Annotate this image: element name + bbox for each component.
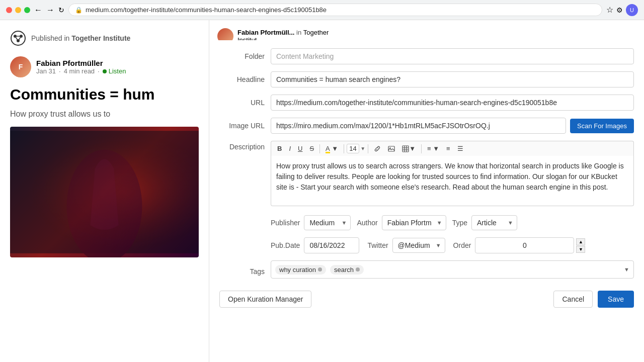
tags-input[interactable]: why curation search ▼ [271,260,634,279]
article-side: Published in Together Institute F Fabian… [0,20,209,362]
publisher-name: Together Institute [71,34,130,42]
description-label: Description [219,141,265,151]
ordered-list-button[interactable]: ☰ [454,143,466,154]
folder-input[interactable] [271,48,634,64]
author-field-label: Author [357,219,377,227]
main-content: Published in Together Institute F Fabian… [0,20,644,362]
sidebar-author-name: Fabian Pfortmüll... [237,29,294,36]
toolbar-separator-1 [319,144,320,153]
svg-line-6 [19,38,21,40]
article-hero-image [10,127,199,257]
url-text: medium.com/together-institute/communitie… [86,6,327,14]
author-select-wrapper[interactable]: Fabian Pfortm ▼ [382,215,446,230]
url-input[interactable] [271,95,634,111]
type-group: Type Article Video Podcast ▼ [452,215,517,230]
tag-label-why-curation: why curation [279,266,316,274]
back-btn[interactable]: ← [34,6,42,15]
open-kuration-manager-button[interactable]: Open Kuration Manager [219,291,311,308]
listen-button[interactable]: Listen [103,67,126,75]
headline-input[interactable] [271,71,634,87]
maximize-window-btn[interactable] [24,7,30,13]
font-size-select[interactable]: 14 12 16 18 [347,144,359,153]
order-up-button[interactable]: ▲ [576,238,585,245]
svg-point-0 [11,31,25,45]
author-group: Author Fabian Pfortm ▼ [357,215,446,230]
published-label: Published in Together Institute [31,34,130,42]
bookmark-icon[interactable]: ☆ [606,5,613,15]
footer-action-buttons: Cancel Save [553,291,634,308]
browser-chrome: ← → ↻ 🔒 medium.com/together-institute/co… [0,0,644,20]
image-url-input[interactable] [271,118,566,134]
unordered-list-button[interactable]: ≡ [443,143,453,154]
folder-row: Folder [219,48,634,64]
headline-row: Headline [219,71,634,87]
url-bar[interactable]: 🔒 medium.com/together-institute/communit… [68,4,602,16]
together-institute-logo [10,30,26,46]
svg-point-1 [14,35,17,38]
bold-button[interactable]: B [274,143,285,154]
italic-button[interactable]: I [286,143,294,154]
author-select[interactable]: Fabian Pfortm [382,215,446,230]
type-select[interactable]: Article Video Podcast [471,215,517,230]
form-panel: Folder Headline URL Image URL Scan For I… [209,40,644,362]
close-window-btn[interactable] [6,7,12,13]
align-button[interactable]: ≡ ▼ [424,143,442,154]
publisher-select-wrapper[interactable]: Medium Twitter LinkedIn ▼ [304,215,351,230]
link-button[interactable] [371,144,384,154]
font-size-arrow: ▼ [360,146,365,151]
listen-dot [103,69,107,73]
description-control: B I U S A ▼ 14 12 16 18 [271,141,634,208]
tag-label-search: search [334,266,354,274]
author-row: F Fabian Pfortmüller Jan 31 · 4 min read… [10,56,199,77]
pubdate-twitter-order-row: Pub.Date Twitter @Medium ▼ Order ▲ [219,237,634,253]
strikethrough-button[interactable]: S [306,143,317,154]
tags-label: Tags [219,263,265,276]
description-textarea[interactable]: How proxy trust allows us to search acro… [271,156,634,206]
order-input[interactable] [475,237,574,253]
sidebar-in-label: in [296,29,303,36]
image-url-label: Image URL [219,118,265,130]
svg-rect-12 [403,146,409,152]
table-button[interactable]: ▼ [399,143,419,154]
minimize-window-btn[interactable] [15,7,21,13]
article-header: Published in Together Institute [10,30,199,46]
reload-btn[interactable]: ↻ [58,6,64,14]
profile-avatar[interactable]: U [626,4,638,16]
pub-date-group: Pub.Date [271,237,359,253]
folder-control[interactable] [271,48,634,64]
save-button[interactable]: Save [598,291,634,308]
type-field-label: Type [452,219,467,227]
text-color-button[interactable]: A ▼ [323,143,341,154]
url-label: URL [219,95,265,107]
publisher-field-label: Publisher [271,219,300,227]
toolbar-separator-3 [368,144,368,153]
pub-date-label: Pub.Date [271,241,300,249]
svg-point-2 [20,35,23,38]
tag-chip-search[interactable]: search [330,265,364,275]
underline-button[interactable]: U [295,143,305,154]
url-control[interactable] [271,95,634,111]
avatar: F [10,56,31,77]
forward-btn[interactable]: → [46,6,54,15]
image-url-row: Image URL Scan For Images [219,118,634,134]
toolbar-separator-4 [421,144,422,153]
twitter-group: Twitter @Medium ▼ [367,238,445,253]
author-meta: Jan 31 · 4 min read · Listen [36,67,126,75]
headline-control[interactable] [271,71,634,87]
tag-chip-why-curation[interactable]: why curation [275,265,326,275]
image-button[interactable] [385,144,398,154]
publisher-select[interactable]: Medium Twitter LinkedIn [304,215,351,230]
order-down-button[interactable]: ▼ [576,246,585,253]
toolbar-separator-2 [344,144,344,153]
article-title: Communities = hum [10,85,199,104]
pub-date-input[interactable] [304,237,359,253]
publisher-group: Publisher Medium Twitter LinkedIn ▼ [271,215,351,230]
twitter-select-wrapper[interactable]: @Medium ▼ [392,238,445,253]
extensions-icon[interactable]: ⚙ [616,6,623,14]
form-footer: Open Kuration Manager Cancel Save [219,289,634,308]
url-row: URL [219,95,634,111]
cancel-button[interactable]: Cancel [553,291,593,308]
scan-for-images-button[interactable]: Scan For Images [570,119,634,133]
type-select-wrapper[interactable]: Article Video Podcast ▼ [471,215,517,230]
twitter-select[interactable]: @Medium [392,238,445,253]
